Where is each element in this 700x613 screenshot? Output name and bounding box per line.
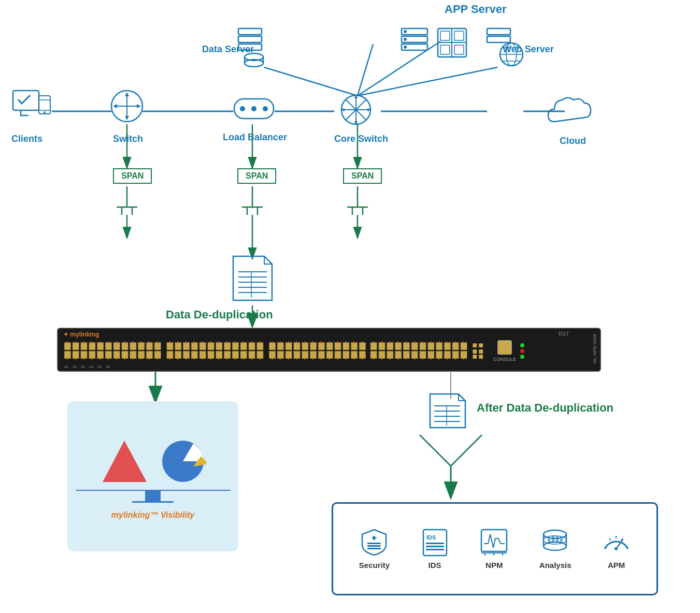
svg-rect-140 [556, 536, 559, 543]
svg-marker-115 [103, 441, 147, 482]
svg-rect-57 [487, 36, 510, 42]
svg-text:IDS: IDS [426, 534, 436, 541]
svg-rect-52 [440, 31, 450, 40]
svg-rect-102 [473, 354, 477, 358]
clients-icon [10, 88, 52, 132]
cloud-icon [544, 91, 596, 132]
svg-rect-119 [373, 536, 375, 540]
svg-rect-37 [238, 36, 262, 42]
security-label: Security [359, 561, 390, 570]
web-server-icon [484, 26, 523, 67]
tool-ids: IDS IDS [421, 528, 449, 570]
svg-point-46 [404, 30, 407, 33]
svg-marker-74 [137, 104, 141, 108]
app-server-icon-1 [399, 26, 433, 65]
svg-text:A3: A3 [81, 365, 85, 369]
analysis-label: Analysis [539, 561, 572, 570]
tool-npm: NPM [480, 528, 508, 570]
svg-rect-127 [426, 549, 444, 550]
svg-text:A5: A5 [97, 365, 102, 369]
svg-text:A4: A4 [89, 365, 94, 369]
svg-rect-38 [238, 44, 262, 50]
svg-text:A2: A2 [73, 365, 77, 369]
rack-device: ✦ mylinking [57, 328, 601, 372]
svg-rect-99 [479, 343, 483, 347]
dedup-doc-icon [228, 254, 277, 303]
svg-point-78 [263, 106, 268, 111]
svg-rect-36 [238, 28, 262, 35]
data-server-icon [236, 26, 272, 67]
tool-security: Security [359, 528, 390, 570]
visibility-box: mylinking™ Visibility [67, 401, 238, 551]
svg-rect-55 [454, 45, 464, 54]
cloud-label: Cloud [560, 136, 586, 147]
svg-rect-128 [481, 530, 507, 551]
svg-rect-139 [552, 535, 554, 543]
span-box-coreswitch: SPAN [343, 168, 382, 184]
core-switch-label: Core Switch [334, 134, 388, 144]
svg-rect-64 [39, 96, 50, 114]
apm-label: APM [608, 561, 625, 570]
tool-apm: APM [602, 528, 631, 570]
svg-line-8 [358, 67, 497, 96]
svg-marker-71 [125, 92, 129, 96]
svg-line-34 [451, 435, 482, 466]
svg-line-145 [609, 538, 611, 541]
svg-rect-54 [440, 45, 450, 54]
svg-rect-141 [560, 538, 563, 543]
svg-point-77 [251, 106, 256, 111]
svg-point-48 [404, 46, 407, 49]
svg-rect-101 [479, 349, 483, 354]
svg-marker-72 [125, 116, 129, 120]
svg-point-47 [404, 38, 407, 41]
switch-icon [109, 88, 145, 124]
svg-rect-138 [548, 537, 550, 543]
svg-rect-121 [367, 545, 381, 547]
after-dedup-label: After Data De-duplication [477, 401, 613, 415]
svg-marker-73 [113, 104, 117, 108]
app-server-label: APP Server [445, 3, 506, 16]
switch-label: Switch [113, 134, 143, 144]
dedup-label: Data De-duplication [166, 308, 273, 322]
svg-rect-56 [487, 28, 510, 35]
svg-rect-103 [479, 354, 483, 358]
svg-rect-120 [367, 543, 381, 544]
visibility-label: mylinking™ Visibility [111, 510, 194, 520]
svg-point-76 [240, 106, 245, 111]
after-dedup-doc-icon [425, 391, 474, 430]
svg-point-148 [615, 547, 618, 550]
svg-rect-122 [367, 548, 381, 549]
diagram-container: APP Server Data Server Web Server [0, 0, 700, 613]
load-balancer-label: Load Balancer [223, 132, 287, 143]
app-server-icon-2 [435, 26, 469, 65]
svg-rect-126 [426, 546, 444, 547]
svg-text:A6: A6 [106, 365, 110, 369]
span-box-loadbalancer: SPAN [237, 168, 276, 184]
span-box-switch: SPAN [113, 168, 152, 184]
core-switch-icon [334, 88, 378, 132]
svg-point-137 [544, 536, 566, 544]
tool-analysis: Analysis [539, 528, 572, 570]
svg-line-33 [420, 435, 451, 466]
clients-label: Clients [11, 134, 42, 144]
svg-rect-100 [473, 349, 477, 354]
svg-rect-53 [454, 31, 464, 40]
svg-point-67 [44, 111, 46, 113]
ids-label: IDS [428, 561, 441, 570]
npm-label: NPM [485, 561, 503, 570]
svg-text:A1: A1 [64, 365, 69, 369]
load-balancer-icon [233, 95, 275, 123]
tools-box: Security IDS IDS [332, 502, 658, 595]
svg-rect-98 [473, 343, 477, 347]
svg-rect-125 [426, 543, 444, 544]
